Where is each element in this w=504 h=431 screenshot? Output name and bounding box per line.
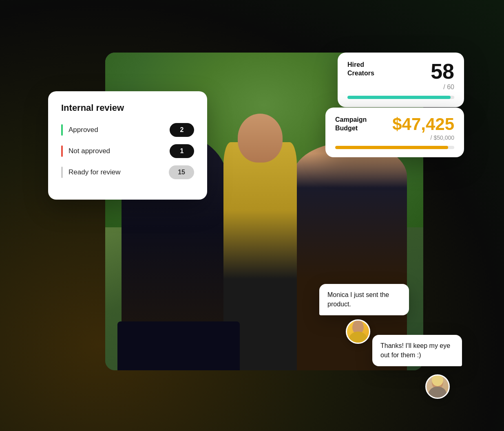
avatar-blonde-image: [427, 376, 449, 398]
hired-denominator: / 60: [443, 84, 454, 91]
chat-text-2: Thanks! I'll keep my eye out for them :): [380, 341, 454, 360]
svg-point-4: [429, 387, 447, 399]
ready-indicator: [61, 167, 63, 178]
budget-currency: $: [392, 116, 402, 133]
budget-label-line1: Campaign: [335, 116, 367, 124]
avatar-monica: [346, 319, 370, 344]
main-scene: Internal review Approved 2 Not approved …: [48, 28, 456, 403]
svg-point-1: [349, 332, 367, 344]
hired-label-line2: Creators: [347, 69, 374, 78]
hired-progress-fill: [347, 96, 451, 99]
hired-numbers: 58 / 60: [431, 61, 454, 91]
avatar-monica-image: [347, 321, 369, 343]
not-approved-indicator: [61, 145, 63, 157]
budget-amount-row: $ 47,425: [392, 116, 454, 133]
chat-text-1: Monica I just sent the product.: [327, 290, 401, 309]
hired-progress-bar: [347, 96, 454, 99]
approved-count: 2: [170, 123, 194, 137]
svg-point-5: [432, 374, 443, 386]
ready-for-review-row: Ready for review 15: [61, 165, 194, 179]
svg-point-2: [353, 320, 363, 332]
monica-avatar-svg: [347, 319, 369, 344]
avatar-blonde: [425, 374, 450, 399]
budget-progress-fill: [335, 146, 448, 149]
internal-review-card: Internal review Approved 2 Not approved …: [48, 91, 207, 200]
campaign-budget-card: Campaign Budget $ 47,425 / $50,000: [325, 108, 464, 157]
blonde-avatar-svg: [427, 374, 449, 399]
hired-creators-card: Hired Creators 58 / 60: [338, 53, 464, 107]
approved-label: Approved: [69, 126, 170, 134]
budget-value: 47,425: [402, 116, 454, 133]
person-center-head: [238, 114, 283, 163]
hired-header: Hired Creators 58 / 60: [347, 61, 454, 91]
budget-label-line2: Budget: [335, 124, 367, 133]
budget-numbers: $ 47,425 / $50,000: [392, 116, 454, 141]
computer-screen: [117, 321, 240, 370]
budget-header: Campaign Budget $ 47,425 / $50,000: [335, 116, 454, 141]
not-approved-count: 1: [170, 144, 194, 158]
hired-label-line1: Hired: [347, 61, 374, 69]
ready-label: Ready for review: [69, 168, 169, 176]
chat-bubble-2: Thanks! I'll keep my eye out for them :): [372, 335, 462, 366]
approved-indicator: [61, 124, 63, 136]
budget-progress-bar: [335, 146, 454, 149]
budget-label-block: Campaign Budget: [335, 116, 367, 133]
hired-count: 58: [431, 61, 454, 82]
hired-label-block: Hired Creators: [347, 61, 374, 78]
ready-count: 15: [169, 165, 194, 179]
not-approved-row: Not approved 1: [61, 144, 194, 158]
approved-row: Approved 2: [61, 123, 194, 137]
internal-review-title: Internal review: [61, 103, 194, 113]
budget-denominator: / $50,000: [431, 134, 454, 141]
not-approved-label: Not approved: [69, 147, 170, 155]
chat-bubble-1: Monica I just sent the product.: [319, 284, 409, 315]
